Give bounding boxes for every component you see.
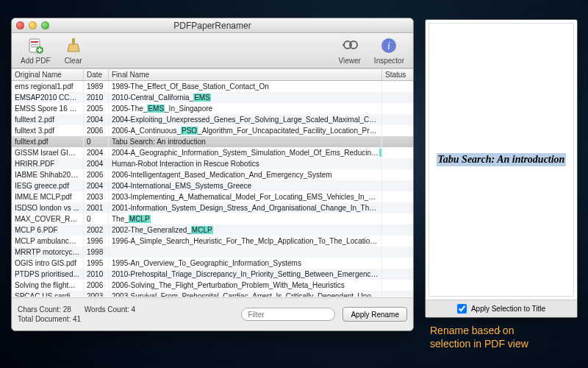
pdf-page[interactable]: Tabu Search: An introduction [429,23,574,297]
add-pdf-label: Add PDF [21,57,51,65]
add-pdf-icon [26,36,45,55]
cell-status [382,191,413,202]
viewer-button[interactable]: Viewer [335,35,363,66]
col-final[interactable]: Final Name [109,69,382,80]
cell-status [382,169,413,180]
cell-original: EMSS Spore 16 am... [12,103,84,114]
cell-original: fulltext.pdf [12,136,84,147]
cell-final: 2006-Intelligentagent_Based_Medication_A… [109,169,382,180]
cell-date: 2004 [84,114,109,125]
viewer-label: Viewer [338,57,360,65]
highlight-token: EMS [147,105,165,113]
table-row[interactable]: SPCAC US cardiac...20032003-Survival_Fro… [12,291,413,297]
cell-final [109,247,382,258]
cell-date: 2003 [84,191,109,202]
cell-original: IABME Shihab200... [12,169,84,180]
cell-original: GISSM Israel GIS.pdf [12,147,84,158]
clear-icon [64,36,83,55]
cell-status [382,103,413,114]
table-row[interactable]: MCLP 6.PDF20022002-The_Generalized_MCLP [12,224,413,236]
table-row[interactable]: GISSM Israel GIS.pdf20042004-A_Geographi… [12,147,413,158]
cell-original: HRIRR.PDF [12,158,84,169]
table-row[interactable]: EMSAP2010 CCEM...20102010-Central_Califo… [12,92,413,103]
apply-rename-button[interactable]: Apply Rename [343,307,407,322]
cell-status [382,158,413,169]
cell-original: PTDPS prioritised... [12,269,84,280]
cell-date: 1996 [84,236,109,247]
table-row[interactable]: MRRTP motorcycle...1998 [12,247,413,258]
cell-final: 2010-Central_California_EMS [109,92,382,103]
cell-original: MCLP ambulance.pdf [12,236,84,247]
window-title: PDFPaperRenamer [12,21,413,31]
filter-input[interactable] [241,308,335,321]
table-row[interactable]: IMMLE MCLP.pdf20032003-Implementing_A_Ma… [12,191,413,202]
pdf-preview-panel: Tabu Search: An introduction Apply Selec… [425,19,578,318]
col-status[interactable]: Status [382,69,413,80]
table-row[interactable]: MAX_COVER_RLC_...0The_MCLP [12,213,413,224]
cell-status [382,202,413,213]
add-pdf-button[interactable]: Add PDF [18,35,54,66]
inspector-label: Inspector [374,57,404,65]
inspector-button[interactable]: i Inspector [371,35,407,66]
cell-date: 1995 [84,258,109,269]
table-body: ems regional1.pdf19891989-The_Effect_Of_… [12,81,413,297]
table-row[interactable]: IESG greece.pdf20042004-International_EM… [12,180,413,191]
svg-rect-1 [31,41,38,43]
clear-label: Clear [65,57,82,65]
table-row[interactable]: OGIS intro GIS.pdf19951995-An_Overview_T… [12,258,413,269]
cell-original: Solving the flight... [12,280,84,291]
preview-footer: Apply Selection to Title [426,300,577,317]
table-row[interactable]: HRIRR.PDF2004Human-Robot Interaction in … [12,158,413,169]
table-row[interactable]: EMSS Spore 16 am...20052005-The_EMS_In_S… [12,103,413,114]
chars-value: 28 [63,305,71,314]
col-original[interactable]: Original Name [12,69,84,80]
table-row[interactable]: fulltext 2.pdf20042004-Exploiting_Unexpr… [12,114,413,125]
cell-date: 2006 [84,169,109,180]
counts: Chars Count: 28 Words Count: 4 Total Doc… [18,305,135,323]
cell-final: 2005-The_EMS_In_Singapore [109,103,382,114]
apply-selection-checkbox[interactable] [457,304,467,314]
cell-original: MRRTP motorcycle... [12,247,84,258]
cell-original: EMSAP2010 CCEM... [12,92,84,103]
svg-rect-2 [31,44,38,46]
words-value: 4 [132,305,136,314]
inspector-icon: i [379,36,398,55]
cell-date: 2004 [84,158,109,169]
table-row[interactable]: Solving the flight...20062006-Solving_Th… [12,280,413,291]
cell-status [382,180,413,191]
col-date[interactable]: Date [84,69,109,80]
table-row[interactable]: ems regional1.pdf19891989-The_Effect_Of_… [12,81,413,92]
cell-status [382,114,413,125]
cell-final: 2004-International_EMS_Systems_Greece [109,180,382,191]
cell-final: 1995-An_Overview_To_Geographic_Informati… [109,258,382,269]
cell-final: Tabu Search: An introduction [109,136,382,147]
cell-status [382,258,413,269]
cell-original: OGIS intro GIS.pdf [12,258,84,269]
highlight-token: MCLP [129,215,151,223]
cell-status [382,291,413,297]
cell-final: 2003-Implementing_A_Mathematical_Model_F… [109,191,382,202]
table-row[interactable]: fulltext 3.pdf20062006-A_Continuous_PSO_… [12,125,413,136]
table-row[interactable]: PTDPS prioritised...20102010-Prehospital… [12,269,413,280]
table-row[interactable]: MCLP ambulance.pdf19961996-A_Simple_Sear… [12,236,413,247]
cell-status [382,269,413,280]
chars-label: Chars Count: [18,305,61,314]
marketing-caption: Rename based on selection in PDF view [430,324,528,350]
cell-final: Human-Robot Interaction in Rescue Roboti… [109,158,382,169]
file-table: Original Name Date Final Name Status ems… [12,68,413,298]
table-row[interactable]: ISDSO london vs ...20012001-Information_… [12,202,413,213]
cell-date: 1998 [84,247,109,258]
table-row[interactable]: IABME Shihab200...20062006-Intelligentag… [12,169,413,180]
cell-final: 1996-A_Simple_Search_Heuristic_For_The_M… [109,236,382,247]
total-label: Total Document: [18,315,71,323]
cell-status [382,81,413,92]
cell-final: 2001-Information_System_Design_Stress_An… [109,202,382,213]
clear-button[interactable]: Clear [61,35,86,66]
cell-date: 2006 [84,280,109,291]
table-row[interactable]: fulltext.pdf0Tabu Search: An introductio… [12,136,413,147]
cell-final: 2006-A_Continuous_PSO_Algorithm_For_Unca… [109,125,382,136]
cell-final: 2004-Exploiting_Unexpressed_Genes_For_So… [109,114,382,125]
cell-date: 2010 [84,92,109,103]
cell-final: 2002-The_Generalized_MCLP [109,224,382,236]
cell-original: fulltext 3.pdf [12,125,84,136]
